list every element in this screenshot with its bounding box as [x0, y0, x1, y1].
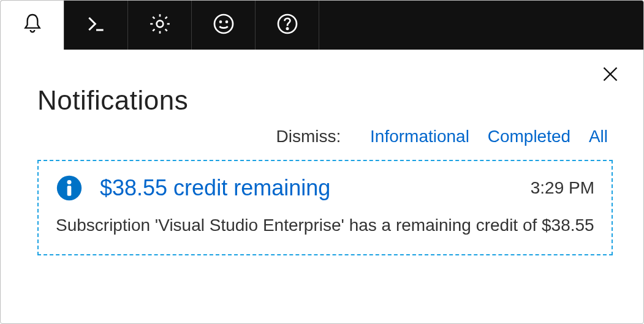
gear-icon: [148, 12, 172, 39]
close-icon: [599, 77, 621, 87]
top-toolbar: [1, 1, 643, 50]
svg-point-5: [286, 28, 287, 29]
svg-point-7: [67, 180, 72, 184]
svg-rect-8: [67, 186, 72, 196]
svg-point-1: [214, 15, 233, 33]
notification-title[interactable]: $38.55 credit remaining: [100, 175, 518, 201]
dismiss-label: Dismiss:: [276, 127, 341, 146]
cloudshell-toolbar-button[interactable]: [64, 1, 128, 50]
dismiss-informational-link[interactable]: Informational: [370, 127, 469, 146]
bell-icon: [20, 12, 45, 39]
notifications-window: Notifications Dismiss: Informational Com…: [0, 0, 644, 324]
svg-point-3: [226, 21, 227, 23]
notifications-panel: Notifications Dismiss: Informational Com…: [1, 50, 643, 323]
notification-time: 3:29 PM: [531, 178, 594, 198]
svg-point-2: [220, 21, 221, 23]
smiley-icon: [211, 12, 236, 39]
settings-toolbar-button[interactable]: [128, 1, 192, 50]
panel-title: Notifications: [37, 85, 613, 116]
dismiss-all-link[interactable]: All: [589, 127, 608, 146]
help-icon: [275, 12, 300, 39]
cloudshell-icon: [84, 12, 108, 39]
svg-point-0: [156, 21, 163, 28]
help-toolbar-button[interactable]: [256, 1, 319, 50]
notification-header: $38.55 credit remaining 3:29 PM: [56, 175, 594, 202]
feedback-toolbar-button[interactable]: [192, 1, 256, 50]
dismiss-row: Dismiss: Informational Completed All: [37, 127, 613, 146]
info-icon: [56, 175, 83, 202]
notification-card[interactable]: $38.55 credit remaining 3:29 PM Subscrip…: [37, 160, 613, 255]
close-button[interactable]: [599, 63, 621, 88]
notification-body: Subscription 'Visual Studio Enterprise' …: [56, 213, 594, 238]
notifications-toolbar-button[interactable]: [1, 1, 64, 50]
dismiss-completed-link[interactable]: Completed: [488, 127, 570, 146]
